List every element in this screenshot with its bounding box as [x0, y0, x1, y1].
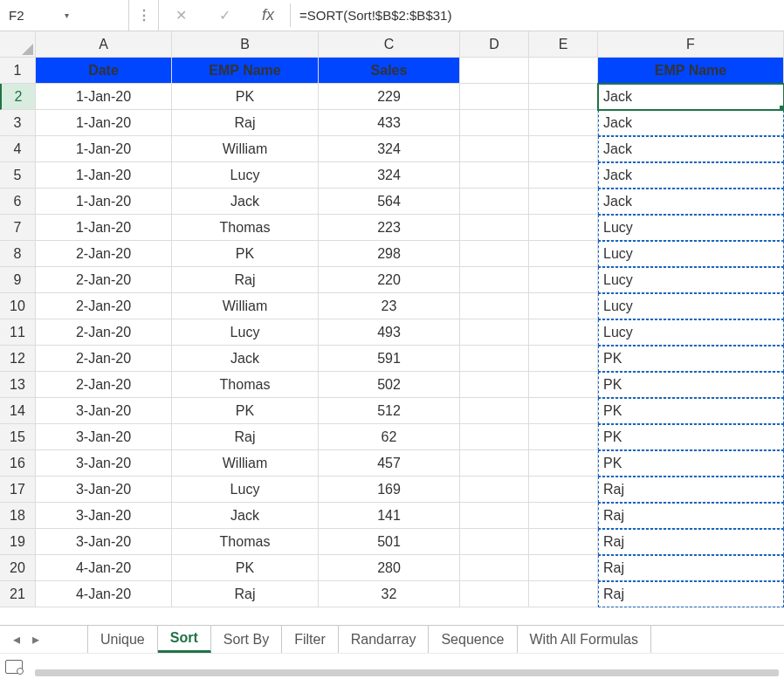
cell-A13[interactable]: 2-Jan-20 [36, 372, 172, 398]
cell-B8[interactable]: PK [172, 241, 319, 267]
cell-D7[interactable] [460, 215, 529, 241]
cell-E4[interactable] [529, 136, 598, 162]
cell-A21[interactable]: 4-Jan-20 [36, 581, 172, 607]
cell-B7[interactable]: Thomas [172, 215, 319, 241]
row-header-2[interactable]: 2 [0, 84, 36, 110]
cell-D19[interactable] [460, 529, 529, 555]
row-header-7[interactable]: 7 [0, 215, 36, 241]
col-header-A[interactable]: A [36, 31, 172, 58]
cell-C12[interactable]: 591 [319, 346, 460, 372]
cell-D3[interactable] [460, 110, 529, 136]
cell-F2[interactable]: Jack [598, 84, 784, 110]
cell-A10[interactable]: 2-Jan-20 [36, 293, 172, 319]
cell-D18[interactable] [460, 503, 529, 529]
cell-F13[interactable]: PK [598, 372, 784, 398]
sheet-tab-unique[interactable]: Unique [87, 626, 158, 653]
cell-D11[interactable] [460, 319, 529, 346]
cell-A18[interactable]: 3-Jan-20 [36, 503, 172, 529]
formula-bar-menu-icon[interactable]: ⋮ [129, 0, 159, 31]
cell-D4[interactable] [460, 136, 529, 162]
cell-C10[interactable]: 23 [319, 293, 460, 319]
cell-E17[interactable] [529, 477, 598, 503]
cell-C8[interactable]: 298 [319, 241, 460, 267]
col-header-B[interactable]: B [172, 31, 319, 58]
cell-B18[interactable]: Jack [172, 503, 319, 529]
name-box[interactable]: F2 ▾ [0, 0, 129, 31]
chevron-down-icon[interactable]: ▾ [65, 10, 120, 20]
cell-C15[interactable]: 62 [319, 424, 460, 450]
cell-A12[interactable]: 2-Jan-20 [36, 346, 172, 372]
cell-F8[interactable]: Lucy [598, 241, 784, 267]
cell-B10[interactable]: William [172, 293, 319, 319]
cell-E6[interactable] [529, 189, 598, 215]
cell-D13[interactable] [460, 372, 529, 398]
cell-B4[interactable]: William [172, 136, 319, 162]
cell-B15[interactable]: Raj [172, 424, 319, 450]
row-header-10[interactable]: 10 [0, 293, 36, 319]
cell-C2[interactable]: 229 [319, 84, 460, 110]
cell-D9[interactable] [460, 267, 529, 293]
cancel-formula-button[interactable]: ✕ [159, 0, 203, 31]
insert-function-button[interactable]: fx [246, 0, 290, 31]
row-header-8[interactable]: 8 [0, 241, 36, 267]
cell-F12[interactable]: PK [598, 346, 784, 372]
cell-E7[interactable] [529, 215, 598, 241]
cell-A3[interactable]: 1-Jan-20 [36, 110, 172, 136]
confirm-formula-button[interactable]: ✓ [203, 0, 246, 31]
cell-F4[interactable]: Jack [598, 136, 784, 162]
cell-E21[interactable] [529, 581, 598, 607]
cell-A19[interactable]: 3-Jan-20 [36, 529, 172, 555]
cell-B13[interactable]: Thomas [172, 372, 319, 398]
cell-B16[interactable]: William [172, 450, 319, 477]
cell-A7[interactable]: 1-Jan-20 [36, 215, 172, 241]
cell-A16[interactable]: 3-Jan-20 [36, 450, 172, 477]
sheet-tab-sort[interactable]: Sort [158, 626, 211, 653]
sheet-tab-sequence[interactable]: Sequence [429, 626, 517, 653]
sheet-tab-randarray[interactable]: Randarray [339, 626, 430, 653]
row-header-5[interactable]: 5 [0, 162, 36, 189]
cell-B11[interactable]: Lucy [172, 319, 319, 346]
cell-C6[interactable]: 564 [319, 189, 460, 215]
tab-prev-icon[interactable]: ◂ [13, 631, 20, 648]
cell-E16[interactable] [529, 450, 598, 477]
cell-F3[interactable]: Jack [598, 110, 784, 136]
cell-D17[interactable] [460, 477, 529, 503]
cell-D15[interactable] [460, 424, 529, 450]
sheet-tab-sort-by[interactable]: Sort By [211, 626, 282, 653]
cell-E19[interactable] [529, 529, 598, 555]
cell-B17[interactable]: Lucy [172, 477, 319, 503]
cell-E11[interactable] [529, 319, 598, 346]
cell-F11[interactable]: Lucy [598, 319, 784, 346]
row-header-9[interactable]: 9 [0, 267, 36, 293]
cell-C14[interactable]: 512 [319, 398, 460, 424]
cell-D20[interactable] [460, 555, 529, 581]
cell-F20[interactable]: Raj [598, 555, 784, 581]
cell-C21[interactable]: 32 [319, 581, 460, 607]
row-header-19[interactable]: 19 [0, 529, 36, 555]
cell-A17[interactable]: 3-Jan-20 [36, 477, 172, 503]
row-header-20[interactable]: 20 [0, 555, 36, 581]
cell-E5[interactable] [529, 162, 598, 189]
cell-F9[interactable]: Lucy [598, 267, 784, 293]
col-header-C[interactable]: C [319, 31, 460, 58]
cell-E10[interactable] [529, 293, 598, 319]
cell-B5[interactable]: Lucy [172, 162, 319, 189]
row-header-3[interactable]: 3 [0, 110, 36, 136]
macro-record-icon[interactable] [5, 660, 23, 674]
cell-B2[interactable]: PK [172, 84, 319, 110]
cell-E13[interactable] [529, 372, 598, 398]
row-header-17[interactable]: 17 [0, 477, 36, 503]
cell-F18[interactable]: Raj [598, 503, 784, 529]
cell-D5[interactable] [460, 162, 529, 189]
cell-A4[interactable]: 1-Jan-20 [36, 136, 172, 162]
cell-F15[interactable]: PK [598, 424, 784, 450]
cell-E1[interactable] [529, 58, 598, 84]
cell-F21[interactable]: Raj [598, 581, 784, 607]
select-all-corner[interactable] [0, 31, 36, 58]
row-header-16[interactable]: 16 [0, 450, 36, 477]
cell-E14[interactable] [529, 398, 598, 424]
cell-D12[interactable] [460, 346, 529, 372]
row-header-13[interactable]: 13 [0, 372, 36, 398]
cell-E2[interactable] [529, 84, 598, 110]
col-header-F[interactable]: F [598, 31, 784, 58]
